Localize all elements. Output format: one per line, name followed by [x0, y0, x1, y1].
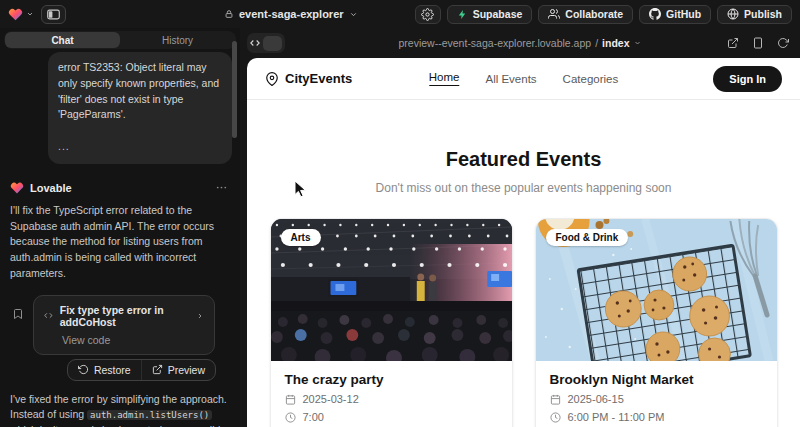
clock-icon	[285, 412, 296, 423]
assistant-result-text: I've fixed the error by simplifying the …	[10, 392, 228, 427]
more-dots-icon	[215, 181, 228, 194]
chat-panel: Chat History error TS2353: Object litera…	[0, 28, 240, 427]
lock-icon	[224, 9, 234, 19]
hero-title: Featured Events	[247, 148, 800, 171]
refresh-icon	[777, 37, 789, 49]
tool-call-card[interactable]: Fix type type error in addCoHost View co…	[33, 295, 215, 355]
github-label: GitHub	[666, 8, 701, 20]
settings-button[interactable]	[415, 5, 441, 24]
event-date: 2025-03-12	[303, 393, 359, 405]
site-brand[interactable]: CityEvents	[265, 71, 352, 86]
code-view-toggle[interactable]	[247, 33, 285, 53]
clock-icon	[550, 412, 561, 423]
chevron-down-icon	[349, 10, 358, 19]
supabase-label: Supabase	[473, 8, 523, 20]
event-card-night-market[interactable]: Food & Drink Brooklyn Night Market 2025-…	[535, 218, 778, 427]
view-code-link[interactable]: View code	[62, 334, 204, 346]
chevron-right-icon	[196, 311, 204, 321]
project-name-dropdown[interactable]: event-saga-explorer	[224, 0, 358, 28]
preview-label: Preview	[168, 364, 205, 376]
gear-icon	[421, 8, 434, 21]
event-image-conference: Arts	[271, 219, 512, 361]
preview-toolbar: preview--event-saga-explorer.lovable.app…	[240, 28, 800, 58]
nav-all-events[interactable]: All Events	[485, 73, 536, 85]
version-actions: Restore Preview	[67, 359, 216, 381]
event-card-crazy-party[interactable]: Arts The crazy party 2025-03-12 7:00	[270, 218, 513, 427]
site-brand-name: CityEvents	[285, 71, 352, 86]
lovable-heart-icon	[8, 7, 23, 22]
open-external-icon	[152, 364, 163, 375]
nav-categories[interactable]: Categories	[563, 73, 619, 85]
location-pin-icon	[265, 72, 279, 86]
restore-label: Restore	[94, 364, 131, 376]
toggle-knob	[263, 36, 282, 51]
tool-call-title: Fix type type error in addCoHost	[60, 304, 189, 328]
site-header: CityEvents Home All Events Categories Si…	[247, 58, 800, 100]
calendar-icon	[285, 394, 296, 405]
github-button[interactable]: GitHub	[639, 5, 711, 24]
preview-url[interactable]: preview--event-saga-explorer.lovable.app…	[399, 37, 642, 49]
mobile-view-button[interactable]	[752, 37, 764, 49]
lovable-logo-menu[interactable]	[8, 7, 34, 22]
event-time-row: 6:00 PM - 11:00 PM	[550, 411, 763, 423]
tool-call-row: Fix type type error in addCoHost View co…	[12, 295, 215, 355]
toggle-sidebar-button[interactable]	[41, 5, 66, 24]
message-menu-button[interactable]	[215, 181, 228, 196]
github-icon	[649, 8, 661, 20]
restore-button[interactable]: Restore	[68, 360, 141, 380]
preview-toolbar-actions	[727, 37, 789, 49]
collaborate-users-icon	[548, 8, 560, 20]
preview-panel: preview--event-saga-explorer.lovable.app…	[240, 28, 800, 427]
hero-section: Featured Events Don't miss out on these …	[247, 148, 800, 195]
main-split: Chat History error TS2353: Object litera…	[0, 28, 800, 427]
chat-history-tabs: Chat History	[4, 31, 236, 49]
preview-button[interactable]: Preview	[141, 360, 215, 380]
event-image-cookies: Food & Drink	[536, 219, 777, 361]
topbar-actions: Supabase Collaborate GitHub Publish	[415, 5, 792, 24]
hero-subtitle: Don't miss out on these popular events h…	[247, 181, 800, 195]
publish-button[interactable]: Publish	[717, 5, 792, 24]
sign-in-button[interactable]: Sign In	[713, 66, 782, 92]
inline-code-listusers: auth.admin.listUsers()	[87, 410, 212, 420]
event-date: 2025-06-15	[568, 393, 624, 405]
event-category-badge: Arts	[281, 229, 321, 246]
collaborate-button[interactable]: Collaborate	[538, 5, 633, 24]
lovable-heart-icon	[10, 181, 24, 195]
publish-globe-icon	[727, 8, 739, 20]
publish-label: Publish	[744, 8, 782, 20]
mobile-icon	[752, 37, 764, 49]
event-date-row: 2025-03-12	[285, 393, 498, 405]
bookmark-icon[interactable]	[12, 308, 24, 322]
open-external-icon	[727, 37, 739, 49]
project-name: event-saga-explorer	[239, 8, 344, 20]
assistant-name: Lovable	[30, 182, 72, 194]
code-icon	[44, 310, 53, 321]
tool-call-title-row: Fix type type error in addCoHost	[44, 304, 204, 328]
chat-scrollbar-thumb[interactable]	[232, 41, 237, 138]
event-card-body: The crazy party 2025-03-12 7:00 Barcelon…	[271, 361, 512, 427]
featured-events-grid: Arts The crazy party 2025-03-12 7:00	[247, 218, 800, 427]
event-date-row: 2025-06-15	[550, 393, 763, 405]
nav-home[interactable]: Home	[429, 71, 460, 86]
supabase-button[interactable]: Supabase	[447, 5, 533, 24]
message-expand-dots[interactable]: ...	[58, 139, 222, 155]
collaborate-label: Collaborate	[565, 8, 623, 20]
user-message-bubble: error TS2353: Object literal may only sp…	[48, 52, 232, 164]
site-nav: Home All Events Categories	[429, 71, 618, 86]
preview-url-host: preview--event-saga-explorer.lovable.app	[399, 37, 592, 49]
app-topbar: event-saga-explorer Supabase Collaborate…	[0, 0, 800, 28]
preview-url-page: index	[602, 37, 629, 49]
open-in-new-tab-button[interactable]	[727, 37, 739, 49]
event-title: The crazy party	[285, 372, 498, 387]
chevron-down-icon	[633, 39, 641, 47]
event-time: 7:00	[303, 411, 324, 423]
restore-icon	[78, 364, 89, 375]
sidebar-panel-icon	[47, 9, 60, 20]
calendar-icon	[550, 394, 561, 405]
event-card-body: Brooklyn Night Market 2025-06-15 6:00 PM…	[536, 361, 777, 427]
supabase-bolt-icon	[457, 9, 468, 20]
tab-chat[interactable]: Chat	[5, 32, 120, 48]
tab-history[interactable]: History	[120, 32, 235, 48]
event-title: Brooklyn Night Market	[550, 372, 763, 387]
refresh-button[interactable]	[777, 37, 789, 49]
